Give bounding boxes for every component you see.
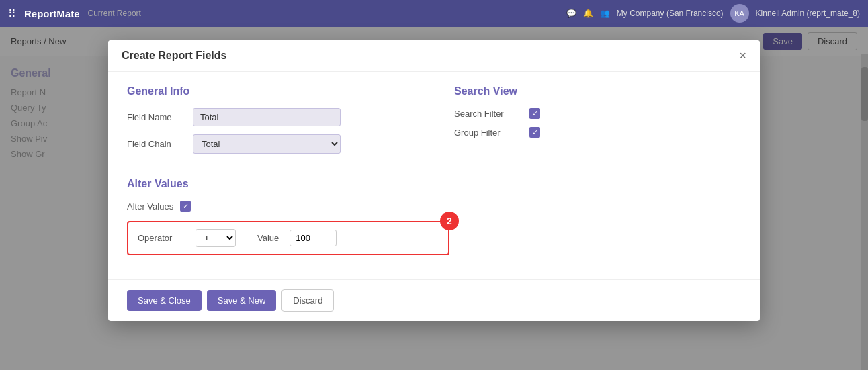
main-area: Reports / New Save Discard General Repor… (0, 27, 868, 370)
field-chain-row: Field Chain Total (127, 134, 414, 154)
search-view-col: Search View Search Filter ✓ Group Filter… (454, 85, 741, 162)
field-chain-label: Field Chain (127, 139, 187, 149)
topbar-icons: 💬 🔔 👥 My Company (San Francisco) KA Kinn… (566, 4, 860, 23)
modal-discard-button[interactable]: Discard (281, 289, 334, 312)
field-chain-select[interactable]: Total (193, 134, 341, 154)
search-view-title: Search View (454, 85, 741, 97)
alter-values-title: Alter Values (127, 178, 741, 190)
modal: Create Report Fields × General Info Fiel… (108, 40, 760, 321)
value-input[interactable] (290, 230, 337, 246)
app-logo: ReportMate (24, 8, 80, 19)
field-name-label: Field Name (127, 112, 187, 122)
chat-icon[interactable]: 💬 (566, 9, 576, 18)
save-close-button[interactable]: Save & Close (127, 290, 202, 311)
modal-body: General Info Field Name Field Chain Tota… (108, 72, 760, 279)
field-name-row: Field Name (127, 108, 414, 126)
company-name: My Company (San Francisco) (617, 9, 724, 18)
modal-close-button[interactable]: × (739, 50, 746, 62)
topbar: ⠿ ReportMate Current Report 💬 🔔 👥 My Com… (0, 0, 868, 27)
alter-values-checkbox[interactable]: ✓ (180, 201, 191, 212)
operator-row: Operator + - * / Value 2 (127, 221, 449, 255)
group-filter-checkbox[interactable]: ✓ (529, 127, 540, 138)
avatar[interactable]: KA (730, 4, 749, 23)
user-name: Kinnell Admin (reprt_mate_8) (756, 9, 860, 18)
alter-values-section: Alter Values Alter Values ✓ Operator + -… (127, 178, 741, 255)
modal-title: Create Report Fields (122, 50, 226, 62)
bell-icon[interactable]: 🔔 (583, 9, 593, 18)
modal-overlay: Create Report Fields × General Info Fiel… (0, 27, 868, 370)
nav-title: Current Report (88, 9, 141, 18)
alter-values-row: Alter Values ✓ (127, 201, 741, 212)
app-grid-icon[interactable]: ⠿ (8, 7, 16, 20)
group-filter-row: Group Filter ✓ (454, 127, 741, 138)
badge-2: 2 (440, 212, 459, 230)
modal-footer: Save & Close Save & New Discard (108, 279, 760, 321)
search-filter-checkbox[interactable]: ✓ (529, 108, 540, 119)
field-name-input[interactable] (193, 108, 341, 126)
modal-header: Create Report Fields × (108, 40, 760, 72)
alter-values-label: Alter Values (127, 201, 173, 212)
search-filter-row: Search Filter ✓ (454, 108, 741, 119)
general-info-col: General Info Field Name Field Chain Tota… (127, 85, 414, 162)
save-new-button[interactable]: Save & New (207, 290, 277, 311)
people-icon[interactable]: 👥 (600, 9, 610, 18)
value-label: Value (257, 233, 279, 243)
operator-select[interactable]: + - * / (196, 229, 236, 247)
search-filter-label: Search Filter (454, 109, 521, 119)
operator-label: Operator (138, 233, 185, 243)
group-filter-label: Group Filter (454, 128, 521, 138)
modal-columns: General Info Field Name Field Chain Tota… (127, 85, 741, 162)
general-info-title: General Info (127, 85, 414, 97)
